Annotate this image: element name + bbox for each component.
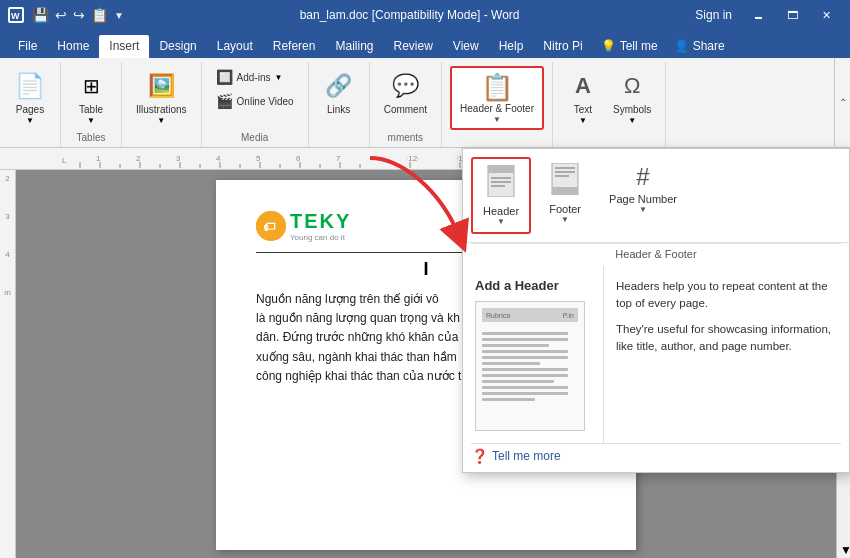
comment-label: Comment <box>384 104 427 116</box>
addins-label: Add-ins <box>237 72 271 83</box>
illustrations-arrow: ▼ <box>157 116 165 125</box>
tab-view[interactable]: View <box>443 35 489 58</box>
info-text-1: Headers help you to repeat content at th… <box>616 278 837 313</box>
tab-mailing[interactable]: Mailing <box>325 35 383 58</box>
svg-rect-42 <box>555 175 569 177</box>
signin-label[interactable]: Sign in <box>695 8 732 22</box>
chevron-up-icon: ⌃ <box>839 97 847 108</box>
tab-help[interactable]: Help <box>489 35 534 58</box>
svg-rect-43 <box>552 187 578 195</box>
media-group-label: Media <box>241 129 268 147</box>
svg-rect-36 <box>491 177 511 179</box>
ribbon-group-headerfooter: 📋 Header & Footer ▼ <box>442 62 553 147</box>
tables-group-label: Tables <box>77 129 106 147</box>
text-icon: A <box>567 70 599 102</box>
preview-lines <box>476 328 584 405</box>
ribbon-group-media: 🔲 Add-ins ▼ 🎬 Online Video Media <box>202 62 309 147</box>
onlinevideo-label: Online Video <box>237 96 294 107</box>
redo-icon[interactable]: ↪ <box>73 7 85 23</box>
comment-button[interactable]: 💬 Comment <box>378 66 433 120</box>
text-button[interactable]: A Text ▼ <box>561 66 605 129</box>
ribbon-group-links: 🔗 Links <box>309 62 370 147</box>
preview-image: Rubrica P.in <box>475 301 585 431</box>
share-button[interactable]: 👤 Share <box>666 35 733 58</box>
scroll-down-button[interactable]: ▼ <box>837 540 850 558</box>
svg-text:4: 4 <box>216 154 221 163</box>
maximize-button[interactable]: 🗖 <box>776 0 808 30</box>
table-button[interactable]: ⊞ Table ▼ <box>69 66 113 129</box>
tab-design[interactable]: Design <box>149 35 206 58</box>
minimize-button[interactable]: 🗕 <box>742 0 774 30</box>
teky-name: TEKY <box>290 210 351 233</box>
svg-rect-35 <box>488 165 514 173</box>
teky-logo-icon: 🏷 <box>256 211 286 241</box>
comments-group-label: mments <box>388 129 424 147</box>
header-footer-button[interactable]: 📋 Header & Footer ▼ <box>450 66 544 130</box>
close-button[interactable]: ✕ <box>810 0 842 30</box>
symbols-label: Symbols <box>613 104 651 116</box>
tell-more-link[interactable]: ❓ Tell me more <box>471 443 841 468</box>
dropdown-bottom: Add a Header Rubrica P.in <box>463 266 849 443</box>
preview-header-bar: Rubrica P.in <box>482 308 578 322</box>
pages-label: Pages <box>16 104 44 116</box>
tab-insert[interactable]: Insert <box>99 35 149 58</box>
ribbon-group-tables: ⊞ Table ▼ Tables <box>61 62 122 147</box>
save-icon[interactable]: 💾 <box>32 7 49 23</box>
symbols-icon: Ω <box>616 70 648 102</box>
teky-logo-text: TEKY Young can do it <box>290 210 351 242</box>
pages-button[interactable]: 📄 Pages ▼ <box>8 66 52 129</box>
table-label: Table <box>79 104 103 116</box>
svg-text:L: L <box>62 156 67 165</box>
tab-referen[interactable]: Referen <box>263 35 326 58</box>
pagenumber-item-arrow: ▼ <box>639 205 647 214</box>
svg-text:7: 7 <box>336 154 341 163</box>
comment-icon: 💬 <box>389 70 421 102</box>
undo-icon[interactable]: ↩ <box>55 7 67 23</box>
tab-tellme[interactable]: 💡 Tell me <box>593 35 666 58</box>
tab-layout[interactable]: Layout <box>207 35 263 58</box>
links-button[interactable]: 🔗 Links <box>317 66 361 120</box>
tables-items: ⊞ Table ▼ <box>69 62 113 129</box>
footer-dropdown-item[interactable]: Footer ▼ <box>535 157 595 234</box>
svg-rect-40 <box>555 167 575 169</box>
header-dropdown-item[interactable]: Header ▼ <box>471 157 531 234</box>
word-icon: W <box>8 7 24 23</box>
svg-rect-37 <box>491 181 511 183</box>
onlinevideo-icon: 🎬 <box>216 93 233 109</box>
dropdown-arrow-icon[interactable]: ▼ <box>114 10 124 21</box>
ribbon-group-illustrations: 🖼️ Illustrations ▼ <box>122 62 202 147</box>
illustrations-icon: 🖼️ <box>145 70 177 102</box>
tab-review[interactable]: Review <box>383 35 442 58</box>
footer-dropdown-icon <box>550 163 580 201</box>
tab-home[interactable]: Home <box>47 35 99 58</box>
preview-title: Add a Header <box>475 278 591 293</box>
symbols-button[interactable]: Ω Symbols ▼ <box>607 66 657 129</box>
svg-rect-41 <box>555 171 575 173</box>
svg-text:2: 2 <box>136 154 141 163</box>
dropdown-group-label: Header & Footer <box>471 243 841 266</box>
svg-text:🏷: 🏷 <box>263 220 276 234</box>
question-icon: ❓ <box>471 448 488 464</box>
teky-slogan: Young can do it <box>290 233 351 242</box>
ribbon-collapse-button[interactable]: ⌃ <box>834 58 850 146</box>
symbols-arrow: ▼ <box>628 116 636 125</box>
tab-file[interactable]: File <box>8 35 47 58</box>
onlinevideo-button[interactable]: 🎬 Online Video <box>210 90 300 112</box>
illustrations-button[interactable]: 🖼️ Illustrations ▼ <box>130 66 193 129</box>
table-arrow: ▼ <box>87 116 95 125</box>
window-controls[interactable]: 🗕 🗖 ✕ <box>742 0 842 30</box>
links-label: Links <box>327 104 350 116</box>
svg-text:W: W <box>11 11 20 21</box>
ribbon-tabs: File Home Insert Design Layout Referen M… <box>0 30 850 58</box>
header-footer-icon: 📋 <box>481 72 513 103</box>
copy-icon[interactable]: 📋 <box>91 7 108 23</box>
pagenumber-dropdown-item[interactable]: # Page Number ▼ <box>599 157 687 234</box>
svg-rect-38 <box>491 185 505 187</box>
links-items: 🔗 Links <box>317 62 361 147</box>
tab-nitro[interactable]: Nitro Pi <box>533 35 592 58</box>
addins-button[interactable]: 🔲 Add-ins ▼ <box>210 66 289 88</box>
quick-access[interactable]: 💾 ↩ ↪ 📋 ▼ <box>32 7 124 23</box>
footer-item-label: Footer <box>549 203 581 215</box>
hf-items: 📋 Header & Footer ▼ <box>450 62 544 147</box>
svg-text:3: 3 <box>176 154 181 163</box>
